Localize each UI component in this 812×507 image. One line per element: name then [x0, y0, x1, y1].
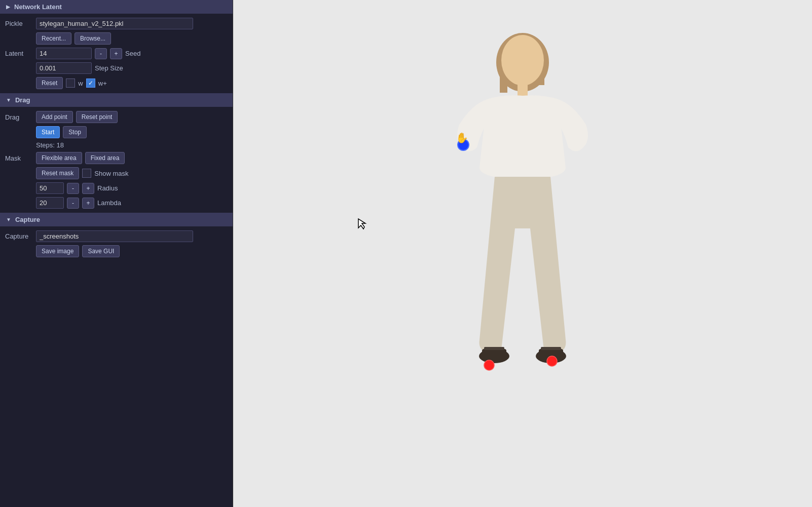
svg-point-4	[501, 35, 544, 86]
w-plus-label: w+	[98, 80, 107, 87]
drag-section-header[interactable]: ▼ Drag	[0, 93, 233, 107]
model-svg: ✋	[421, 26, 624, 482]
w-checkbox[interactable]	[66, 79, 75, 88]
svg-text:✋: ✋	[456, 132, 468, 144]
show-mask-checkbox[interactable]	[82, 169, 91, 178]
svg-rect-10	[484, 347, 504, 350]
pickle-label: Pickle	[5, 20, 33, 27]
svg-marker-16	[358, 219, 365, 229]
w-label: w	[78, 80, 83, 87]
start-button[interactable]: Start	[36, 126, 60, 138]
capture-arrow-icon: ▼	[6, 217, 11, 222]
radius-row: 50 - + Radius	[5, 182, 228, 194]
step-size-row: 0.001 Step Size	[5, 62, 228, 74]
pickle-input[interactable]: stylegan_human_v2_512.pkl	[36, 18, 193, 29]
capture-row: Capture _screenshots	[5, 230, 228, 242]
capture-buttons-row: Save image Save GUI	[5, 245, 228, 257]
network-latent-header[interactable]: ▶ Network Latent	[0, 0, 233, 14]
capture-header-label: Capture	[15, 216, 40, 223]
reset-point-button[interactable]: Reset point	[76, 111, 118, 123]
drag-row: Drag Add point Reset point	[5, 111, 228, 123]
drag-header-label: Drag	[15, 96, 30, 104]
save-image-button[interactable]: Save image	[36, 245, 79, 257]
save-gui-button[interactable]: Save GUI	[82, 245, 120, 257]
seed-label: Seed	[125, 50, 140, 57]
lambda-input[interactable]: 20	[36, 197, 64, 209]
reset-row: Reset w ✓ w+	[5, 77, 228, 89]
fixed-area-button[interactable]: Fixed area	[85, 152, 125, 164]
reset-mask-row: Reset mask Show mask	[5, 167, 228, 179]
latent-input[interactable]: 14	[36, 48, 92, 59]
reset-button[interactable]: Reset	[36, 77, 63, 89]
main-canvas[interactable]: ✋	[233, 0, 812, 507]
model-image-area[interactable]: ✋	[233, 0, 812, 507]
flexible-area-button[interactable]: Flexible area	[36, 152, 82, 164]
drag-section-content: Drag Add point Reset point Start Stop St…	[0, 107, 233, 213]
mask-row: Mask Flexible area Fixed area	[5, 152, 228, 164]
capture-section-header[interactable]: ▼ Capture	[0, 213, 233, 226]
svg-point-15	[547, 356, 557, 366]
show-mask-label: Show mask	[94, 170, 128, 177]
svg-point-14	[484, 360, 494, 370]
w-plus-checkbox[interactable]: ✓	[86, 79, 95, 88]
recent-button[interactable]: Recent...	[36, 32, 71, 45]
pickle-buttons-row: Recent... Browse...	[5, 32, 228, 45]
browse-button[interactable]: Browse...	[75, 32, 111, 45]
radius-plus-button[interactable]: +	[82, 183, 94, 194]
step-size-label: Step Size	[95, 64, 123, 72]
radius-minus-button[interactable]: -	[67, 183, 79, 194]
drag-label: Drag	[5, 113, 33, 121]
capture-label: Capture	[5, 232, 33, 240]
stop-button[interactable]: Stop	[63, 126, 87, 138]
latent-plus-button[interactable]: +	[110, 48, 122, 59]
latent-row: Latent 14 - + Seed	[5, 48, 228, 59]
lambda-label: Lambda	[97, 199, 121, 207]
capture-section-content: Capture _screenshots Save image Save GUI	[0, 226, 233, 261]
svg-rect-5	[518, 83, 528, 98]
start-stop-row: Start Stop	[5, 126, 228, 138]
lambda-plus-button[interactable]: +	[82, 198, 94, 209]
pickle-section: Pickle stylegan_human_v2_512.pkl Recent.…	[0, 14, 233, 93]
drag-arrow-icon: ▼	[6, 97, 11, 103]
radius-input[interactable]: 50	[36, 182, 64, 194]
mouse-cursor	[357, 218, 367, 231]
steps-label: Steps: 18	[36, 141, 64, 149]
steps-row: Steps: 18	[5, 141, 228, 149]
add-point-button[interactable]: Add point	[36, 111, 73, 123]
step-size-input[interactable]: 0.001	[36, 62, 92, 74]
latent-label: Latent	[5, 50, 33, 57]
capture-input[interactable]: _screenshots	[36, 230, 193, 242]
sidebar: ▶ Network Latent Pickle stylegan_human_v…	[0, 0, 233, 507]
reset-mask-button[interactable]: Reset mask	[36, 167, 79, 179]
pickle-row: Pickle stylegan_human_v2_512.pkl	[5, 18, 228, 29]
lambda-row: 20 - + Lambda	[5, 197, 228, 209]
mask-label: Mask	[5, 154, 33, 162]
network-latent-arrow: ▶	[6, 4, 10, 10]
radius-label: Radius	[97, 184, 118, 192]
svg-rect-7	[482, 349, 506, 358]
svg-rect-11	[541, 347, 561, 350]
latent-minus-button[interactable]: -	[95, 48, 107, 59]
network-latent-label: Network Latent	[14, 3, 62, 11]
lambda-minus-button[interactable]: -	[67, 198, 79, 209]
